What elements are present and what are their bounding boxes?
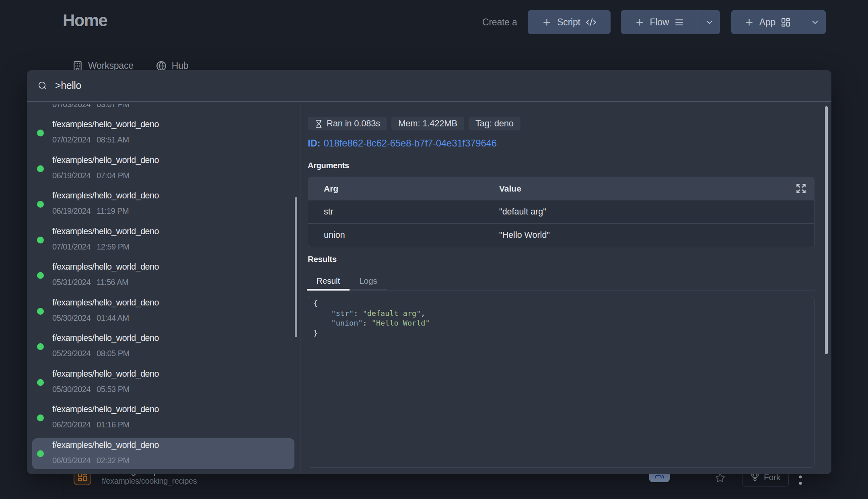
runs-list-panel: f/examples/hello_world_deno07/03/202403:… <box>32 104 294 474</box>
chevron-down-icon <box>810 18 820 27</box>
run-list-item[interactable]: f/examples/hello_world_deno06/05/202402:… <box>32 438 294 470</box>
run-path: f/examples/hello_world_deno <box>52 333 159 343</box>
success-status-dot <box>37 343 44 350</box>
run-id-value: 018fe862-8c62-65e8-b7f7-04e31f379646 <box>323 138 497 148</box>
result-json-viewer[interactable]: { "str": "default arg", "union": "Hello … <box>308 296 815 468</box>
tab-workspace[interactable]: Workspace <box>72 60 134 71</box>
run-time: 01:44 AM <box>97 313 129 323</box>
search-input[interactable]: >hello <box>55 80 81 91</box>
runs-list: f/examples/hello_world_deno07/03/202403:… <box>32 104 294 474</box>
run-time: 12:59 PM <box>97 242 130 252</box>
create-script-group: Script <box>528 10 611 34</box>
run-time: 08:51 AM <box>97 135 129 144</box>
run-date: 06/19/2024 <box>52 206 91 216</box>
run-path: f/examples/hello_world_deno <box>52 440 159 450</box>
run-time: 11:56 AM <box>97 278 128 287</box>
success-status-dot <box>37 414 44 421</box>
run-time: 08:05 PM <box>97 349 130 358</box>
detail-scrollbar[interactable] <box>825 106 828 354</box>
success-status-dot <box>37 201 44 208</box>
tag-badge-label: Tag: deno <box>475 118 514 129</box>
global-search-modal: >hello f/examples/hello_world_deno07/03/… <box>27 70 831 474</box>
run-list-item[interactable]: f/examples/hello_world_deno07/02/202408:… <box>32 118 294 149</box>
row-divider <box>63 494 826 494</box>
hourglass-icon <box>315 120 323 128</box>
run-list-item[interactable]: f/examples/hello_world_deno05/30/202401:… <box>32 296 294 327</box>
create-app-button[interactable]: App <box>731 10 804 34</box>
success-status-dot <box>37 450 44 457</box>
col-arg-header: Arg <box>308 184 499 194</box>
run-list-item[interactable]: f/examples/hello_world_deno05/30/202405:… <box>32 367 294 398</box>
run-list-item[interactable]: f/examples/hello_world_deno05/29/202408:… <box>32 331 294 363</box>
panel-divider <box>300 102 300 474</box>
run-date: 06/19/2024 <box>52 171 91 180</box>
duration-badge-label: Ran in 0.083s <box>327 118 380 129</box>
run-id-label: ID: <box>308 138 320 148</box>
run-path: f/examples/hello_world_deno <box>52 298 159 308</box>
arguments-title: Arguments <box>308 161 349 170</box>
results-title: Results <box>308 254 337 264</box>
run-date: 05/30/2024 <box>52 313 91 323</box>
run-date: 05/31/2024 <box>52 278 91 287</box>
run-list-item[interactable]: f/examples/hello_world_deno06/20/202401:… <box>32 402 294 434</box>
tag-badge: Tag: deno <box>469 117 520 130</box>
menu-icon <box>674 17 684 27</box>
arg-value-cell: "default arg" <box>499 207 546 217</box>
expand-icon[interactable] <box>796 183 806 194</box>
duration-badge: Ran in 0.083s <box>308 117 387 130</box>
run-path: f/examples/hello_world_deno <box>52 404 159 414</box>
run-id[interactable]: ID:018fe862-8c62-65e8-b7f7-04e31f379646 <box>308 138 497 149</box>
active-tab-indicator <box>307 289 350 291</box>
create-script-button[interactable]: Script <box>528 10 611 34</box>
success-status-dot <box>37 165 44 172</box>
tab-logs-label: Logs <box>359 276 377 286</box>
run-date: 07/03/2024 <box>52 104 91 109</box>
success-status-dot <box>37 272 44 279</box>
code-icon <box>586 17 596 28</box>
arg-value-cell: "Hello World" <box>499 230 550 240</box>
run-path: f/examples/hello_world_deno <box>52 120 159 130</box>
run-date: 05/30/2024 <box>52 385 91 394</box>
run-path: f/examples/hello_world_deno <box>52 227 159 237</box>
run-date: 06/05/2024 <box>52 456 91 465</box>
layout-dashboard-icon <box>781 17 791 27</box>
run-list-item[interactable]: f/examples/hello_world_deno07/01/202412:… <box>32 225 294 256</box>
run-list-item[interactable]: f/examples/hello_world_deno06/19/202407:… <box>32 153 294 185</box>
tab-hub[interactable]: Hub <box>156 60 189 71</box>
results-tabs: Result Logs <box>307 274 815 291</box>
create-app-group: App <box>731 10 826 34</box>
item-path: f/examples/cooking_recipes <box>102 476 197 486</box>
tab-logs[interactable]: Logs <box>350 274 387 291</box>
arguments-table-header: Arg Value <box>308 177 814 200</box>
arg-name-cell: union <box>308 230 499 240</box>
run-list-item[interactable]: f/examples/hello_world_deno05/31/202411:… <box>32 260 294 291</box>
create-script-label: Script <box>557 17 580 28</box>
runs-scrollbar[interactable] <box>295 197 297 337</box>
create-app-dropdown-button[interactable] <box>804 10 826 34</box>
star-icon[interactable] <box>715 473 725 483</box>
run-path: f/examples/hello_world_deno <box>52 191 159 201</box>
tab-workspace-label: Workspace <box>88 60 134 71</box>
plus-icon <box>635 17 645 27</box>
plus-icon <box>542 17 552 27</box>
create-flow-dropdown-button[interactable] <box>698 10 720 34</box>
run-time: 01:16 PM <box>97 420 130 429</box>
arguments-table-row: str"default arg" <box>308 200 814 223</box>
run-time: 02:32 PM <box>97 456 130 465</box>
run-date: 07/01/2024 <box>52 242 91 252</box>
tab-result[interactable]: Result <box>307 274 350 291</box>
tab-hub-label: Hub <box>172 60 189 71</box>
run-date: 07/02/2024 <box>52 135 91 144</box>
success-status-dot <box>37 130 44 136</box>
memory-badge: Mem: 1.422MB <box>391 117 464 130</box>
tab-indicator <box>350 289 387 291</box>
create-flow-button[interactable]: Flow <box>621 10 698 34</box>
run-list-item[interactable]: f/examples/hello_world_deno06/19/202411:… <box>32 189 294 220</box>
run-list-item[interactable]: f/examples/hello_world_deno07/03/202403:… <box>32 104 294 113</box>
git-fork-icon <box>751 473 759 482</box>
memory-badge-label: Mem: 1.422MB <box>398 118 457 129</box>
building-icon <box>72 61 83 71</box>
globe-icon <box>156 61 167 71</box>
run-time: 05:53 PM <box>97 385 130 394</box>
run-time: 03:07 PM <box>97 104 130 109</box>
